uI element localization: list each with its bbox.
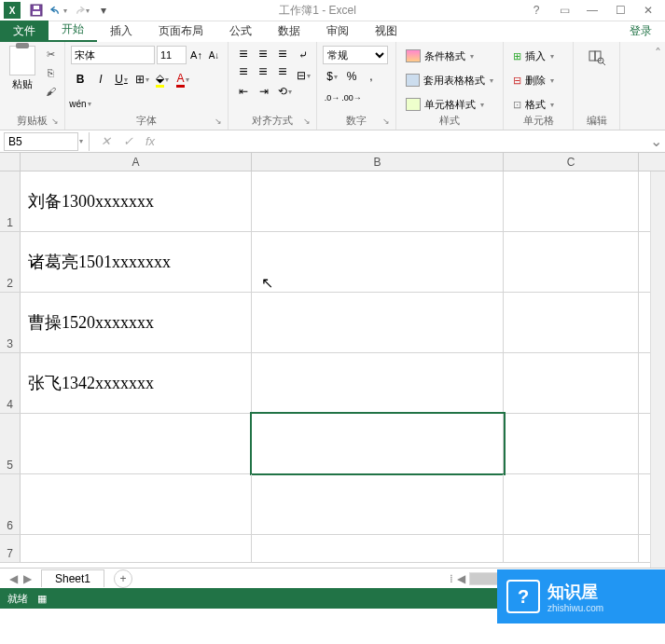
phonetic-icon[interactable]: wén▾ <box>71 94 90 113</box>
sheet-nav-next-icon[interactable]: ▶ <box>23 572 32 585</box>
undo-icon[interactable]: ▾ <box>50 2 67 19</box>
decrease-indent-icon[interactable]: ⇤ <box>234 82 253 101</box>
align-center-icon[interactable]: ≡ <box>254 63 272 80</box>
delete-cells-button[interactable]: ⊟删除▾ <box>509 70 567 90</box>
decrease-decimal-icon[interactable]: .00→ <box>342 89 361 107</box>
row-header[interactable]: 1 <box>0 171 21 231</box>
cell-c2[interactable] <box>504 232 639 292</box>
qat-customize-icon[interactable]: ▾ <box>95 2 112 19</box>
sheet-tab-1[interactable]: Sheet1 <box>41 569 104 587</box>
tab-formulas[interactable]: 公式 <box>216 21 265 42</box>
cell-b3[interactable] <box>252 293 504 352</box>
tab-layout[interactable]: 页面布局 <box>145 21 216 42</box>
row-header[interactable]: 2 <box>0 232 21 292</box>
collapse-ribbon-icon[interactable]: ˄ <box>651 42 665 130</box>
currency-icon[interactable]: $▾ <box>323 67 341 86</box>
name-box[interactable]: B5 <box>4 132 78 151</box>
conditional-format-button[interactable]: 条件格式▾ <box>402 46 497 66</box>
cell-b5[interactable] <box>252 414 504 473</box>
format-painter-icon[interactable]: 🖌 <box>42 83 59 100</box>
font-size-select[interactable] <box>157 46 187 64</box>
redo-icon[interactable]: ▾ <box>73 2 90 19</box>
fx-icon[interactable]: fx <box>140 132 160 151</box>
insert-cells-button[interactable]: ⊞插入▾ <box>509 46 567 66</box>
cell-b6[interactable] <box>252 474 504 534</box>
increase-decimal-icon[interactable]: .0→ <box>323 89 341 107</box>
cell-a3[interactable]: 曹操1520xxxxxxx <box>21 293 252 352</box>
vertical-scrollbar[interactable] <box>650 171 665 568</box>
select-all-corner[interactable] <box>0 153 21 171</box>
cut-icon[interactable]: ✂ <box>42 46 59 62</box>
border-icon[interactable]: ⊞▾ <box>132 70 151 89</box>
find-icon[interactable] <box>584 46 610 68</box>
align-bottom-icon[interactable]: ≡ <box>273 46 292 62</box>
font-name-select[interactable] <box>71 46 155 64</box>
col-header-b[interactable]: B <box>252 153 504 171</box>
row-header[interactable]: 4 <box>0 353 21 413</box>
fill-color-icon[interactable]: ⬙▾ <box>153 70 172 89</box>
number-launcher-icon[interactable]: ↘ <box>382 116 392 126</box>
tab-home[interactable]: 开始 <box>48 19 97 42</box>
cell-a4[interactable]: 张飞1342xxxxxxx <box>21 353 252 413</box>
formula-input[interactable] <box>166 132 646 151</box>
align-left-icon[interactable]: ≡ <box>234 63 253 80</box>
merge-icon[interactable]: ⊟▾ <box>294 66 312 85</box>
tab-file[interactable]: 文件 <box>0 21 48 42</box>
row-header[interactable]: 5 <box>0 414 21 473</box>
hscroll-left-icon[interactable]: ◀ <box>457 572 465 585</box>
cell-b2[interactable] <box>252 232 504 292</box>
orientation-icon[interactable]: ⟲▾ <box>275 82 294 101</box>
add-sheet-icon[interactable]: + <box>114 569 132 588</box>
col-header-c[interactable]: C <box>504 153 639 171</box>
expand-formula-icon[interactable]: ⌄ <box>646 132 665 150</box>
tab-login[interactable]: 登录 <box>617 21 665 42</box>
format-cells-button[interactable]: ⊡格式▾ <box>509 94 567 115</box>
sheet-nav-prev-icon[interactable]: ◀ <box>9 572 18 585</box>
copy-icon[interactable]: ⎘ <box>42 64 59 81</box>
wrap-text-icon[interactable]: ⤶ <box>294 46 312 64</box>
tab-view[interactable]: 视图 <box>362 21 410 42</box>
cell-c7[interactable] <box>504 535 639 562</box>
font-launcher-icon[interactable]: ↘ <box>215 116 224 126</box>
name-box-dropdown-icon[interactable]: ▾ <box>79 137 83 145</box>
comma-icon[interactable]: , <box>362 67 381 86</box>
ribbon-options-icon[interactable]: ▭ <box>551 1 577 20</box>
decrease-font-icon[interactable]: A↓ <box>206 46 222 64</box>
cell-c5[interactable] <box>504 414 639 473</box>
cell-a1[interactable]: 刘备1300xxxxxxx <box>21 171 252 231</box>
row-header[interactable]: 6 <box>0 474 21 534</box>
align-right-icon[interactable]: ≡ <box>273 63 292 80</box>
number-format-select[interactable]: 常规 <box>323 46 388 64</box>
cell-a6[interactable] <box>21 474 252 534</box>
accept-formula-icon[interactable]: ✓ <box>118 132 138 151</box>
cell-a7[interactable] <box>21 535 252 562</box>
cell-c3[interactable] <box>504 293 639 352</box>
cell-a2[interactable]: 诸葛亮1501xxxxxxx <box>21 232 252 292</box>
increase-font-icon[interactable]: A↑ <box>188 46 204 64</box>
clipboard-launcher-icon[interactable]: ↘ <box>51 116 61 126</box>
tab-data[interactable]: 数据 <box>265 21 313 42</box>
percent-icon[interactable]: % <box>342 67 361 86</box>
help-icon[interactable]: ? <box>523 1 549 20</box>
save-icon[interactable] <box>28 2 45 19</box>
bold-button[interactable]: B <box>71 70 90 89</box>
tab-review[interactable]: 审阅 <box>313 21 362 42</box>
cell-b7[interactable] <box>252 535 504 562</box>
cell-b4[interactable] <box>252 353 504 413</box>
font-color-icon[interactable]: A▾ <box>173 70 192 89</box>
col-header-a[interactable]: A <box>21 153 252 171</box>
maximize-icon[interactable]: ☐ <box>607 1 633 20</box>
cell-c6[interactable] <box>504 474 639 534</box>
macro-record-icon[interactable]: ▦ <box>37 593 47 605</box>
cell-b1[interactable] <box>252 171 504 231</box>
table-format-button[interactable]: 套用表格格式▾ <box>402 70 497 90</box>
tab-insert[interactable]: 插入 <box>97 21 145 42</box>
cell-a5[interactable] <box>21 414 252 473</box>
underline-button[interactable]: U▾ <box>112 70 131 89</box>
row-header[interactable]: 7 <box>0 535 21 562</box>
cell-c4[interactable] <box>504 353 639 413</box>
close-icon[interactable]: ✕ <box>635 1 661 20</box>
cancel-formula-icon[interactable]: ✕ <box>95 132 116 151</box>
increase-indent-icon[interactable]: ⇥ <box>255 82 273 101</box>
minimize-icon[interactable]: — <box>579 1 605 20</box>
